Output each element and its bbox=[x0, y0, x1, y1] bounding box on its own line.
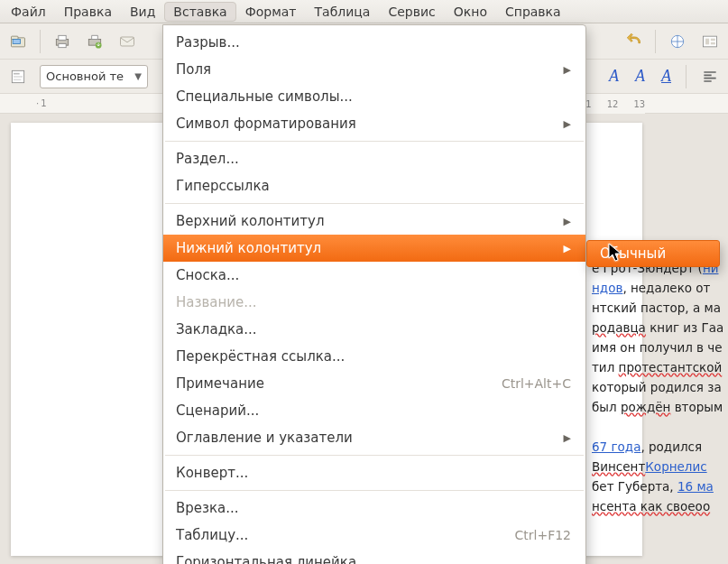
svg-rect-13 bbox=[711, 42, 715, 44]
print-button[interactable] bbox=[50, 29, 75, 54]
menu-item[interactable]: Символ форматирования▶ bbox=[163, 110, 585, 137]
menu-edit[interactable]: Правка bbox=[55, 2, 121, 22]
menu-item-label: Специальные символы... bbox=[176, 88, 353, 105]
menu-item-label: Сноска... bbox=[176, 267, 239, 283]
footer-submenu[interactable]: Обычный bbox=[586, 240, 720, 267]
ruler-right: 11 12 13 bbox=[580, 94, 645, 114]
menu-divider bbox=[165, 141, 584, 142]
menu-item[interactable]: Сценарий... bbox=[163, 397, 585, 424]
text-line[interactable] bbox=[592, 417, 723, 437]
menu-item-label: Конверт... bbox=[176, 465, 248, 481]
menu-item-label: Верхний колонтитул bbox=[176, 213, 325, 229]
text-line[interactable]: нсента как своеоо bbox=[592, 496, 723, 516]
menu-item-label: Символ форматирования bbox=[176, 116, 356, 132]
menu-item[interactable]: Горизонтальная линейка... bbox=[163, 549, 585, 564]
menu-item[interactable]: Конверт... bbox=[163, 459, 585, 486]
svg-rect-17 bbox=[14, 79, 21, 80]
menu-divider bbox=[165, 203, 584, 204]
menu-item-label: Горизонтальная линейка... bbox=[176, 554, 369, 564]
text-line[interactable]: бет Губерта, 16 ма bbox=[592, 476, 723, 496]
menu-format[interactable]: Формат bbox=[236, 2, 306, 22]
menu-item[interactable]: Нижний колонтитул▶ bbox=[163, 235, 585, 262]
svg-rect-1 bbox=[12, 36, 19, 39]
menu-item[interactable]: Специальные символы... bbox=[163, 83, 585, 110]
char-style-button-3[interactable]: A bbox=[658, 67, 675, 86]
text-line[interactable]: был рождён вторым bbox=[592, 397, 723, 417]
menu-item-label: Закладка... bbox=[176, 321, 257, 337]
navigator-button[interactable] bbox=[665, 29, 690, 54]
ruler-mark: 12 bbox=[607, 99, 619, 109]
menu-tools[interactable]: Сервис bbox=[379, 2, 444, 22]
menu-window[interactable]: Окно bbox=[445, 2, 496, 22]
submenu-arrow-icon: ▶ bbox=[564, 64, 571, 76]
paragraph-style-value: Основной те bbox=[46, 69, 124, 83]
menu-item[interactable]: Раздел... bbox=[163, 145, 585, 172]
menu-item-label: Оглавление и указатели bbox=[176, 430, 353, 446]
menu-item-shortcut: Ctrl+F12 bbox=[514, 528, 571, 542]
menu-file[interactable]: Файл bbox=[2, 2, 55, 22]
menu-item-label: Нижний колонтитул bbox=[176, 240, 321, 256]
svg-rect-15 bbox=[14, 72, 20, 74]
svg-rect-5 bbox=[59, 43, 66, 47]
text-line[interactable]: родавца книг из Гаа bbox=[592, 318, 723, 337]
menu-item-shortcut: Ctrl+Alt+C bbox=[502, 376, 571, 391]
text-line[interactable]: ндов, недалеко от bbox=[592, 278, 723, 298]
undo-button[interactable] bbox=[621, 29, 646, 54]
menu-divider bbox=[165, 490, 584, 491]
separator bbox=[655, 30, 656, 53]
text-line[interactable]: который родился за bbox=[592, 377, 723, 397]
styles-button[interactable] bbox=[5, 64, 31, 89]
menubar: Файл Правка Вид Вставка Формат Таблица С… bbox=[0, 0, 728, 23]
menu-item[interactable]: Перекрёстная ссылка... bbox=[163, 343, 585, 370]
menu-item-label: Название... bbox=[176, 294, 257, 310]
menu-divider bbox=[165, 455, 584, 456]
menu-item[interactable]: Гиперссылка bbox=[163, 172, 585, 199]
export-pdf-button[interactable] bbox=[82, 29, 107, 54]
char-style-button-1[interactable]: A bbox=[605, 67, 622, 86]
text-line[interactable]: ВинсентКорнелис bbox=[592, 457, 723, 476]
text-line[interactable]: имя он получил в че bbox=[592, 337, 723, 357]
menu-insert[interactable]: Вставка bbox=[164, 2, 235, 22]
align-left-button[interactable] bbox=[697, 64, 723, 89]
gallery-button[interactable] bbox=[697, 29, 723, 54]
menu-item[interactable]: Поля▶ bbox=[163, 56, 585, 83]
separator bbox=[40, 30, 41, 53]
paragraph-style-combo[interactable]: Основной те ▼ bbox=[40, 65, 148, 88]
menu-item[interactable]: ПримечаниеCtrl+Alt+C bbox=[163, 370, 585, 397]
ruler-mark: 1 bbox=[36, 98, 47, 108]
mail-button[interactable] bbox=[115, 29, 140, 54]
svg-rect-11 bbox=[705, 38, 709, 44]
menu-table[interactable]: Таблица bbox=[306, 2, 380, 22]
menu-item-label: Раздел... bbox=[176, 151, 239, 167]
menu-item-label: Поля bbox=[176, 61, 211, 78]
svg-rect-12 bbox=[711, 38, 715, 41]
menu-item-label: Примечание bbox=[176, 375, 264, 392]
menu-item[interactable]: Врезка... bbox=[163, 495, 585, 522]
svg-rect-16 bbox=[14, 76, 23, 78]
text-line[interactable]: нтский пастор, а ма bbox=[592, 298, 723, 318]
submenu-arrow-icon: ▶ bbox=[564, 243, 571, 254]
menu-item[interactable]: Закладка... bbox=[163, 316, 585, 343]
menu-item[interactable]: Разрыв... bbox=[163, 29, 585, 56]
svg-rect-4 bbox=[59, 35, 66, 40]
menu-view[interactable]: Вид bbox=[121, 2, 164, 22]
menu-item-label: Разрыв... bbox=[176, 34, 240, 51]
menu-item[interactable]: Верхний колонтитул▶ bbox=[163, 208, 585, 235]
submenu-arrow-icon: ▶ bbox=[564, 118, 571, 130]
menu-item[interactable]: Таблицу...Ctrl+F12 bbox=[163, 522, 585, 549]
menu-help[interactable]: Справка bbox=[496, 2, 570, 22]
document-text[interactable]: е Грот-Зюндерт (ниндов, недалеко от нтск… bbox=[592, 258, 723, 516]
open-button[interactable] bbox=[5, 29, 31, 54]
menu-item[interactable]: Оглавление и указатели▶ bbox=[163, 424, 585, 451]
menu-item[interactable]: Сноска... bbox=[163, 262, 585, 289]
text-line[interactable]: тил протестантской bbox=[592, 357, 723, 377]
insert-menu-dropdown: Разрыв...Поля▶Специальные символы...Симв… bbox=[162, 24, 586, 564]
menu-item-label: Сценарий... bbox=[176, 402, 259, 419]
text-line[interactable]: 67 года, родился bbox=[592, 437, 723, 457]
cursor-icon bbox=[608, 243, 624, 266]
menu-item-label: Перекрёстная ссылка... bbox=[176, 348, 345, 365]
char-style-button-2[interactable]: A bbox=[631, 67, 649, 86]
svg-rect-2 bbox=[13, 39, 20, 43]
svg-rect-8 bbox=[121, 37, 134, 46]
chevron-down-icon: ▼ bbox=[134, 71, 142, 81]
